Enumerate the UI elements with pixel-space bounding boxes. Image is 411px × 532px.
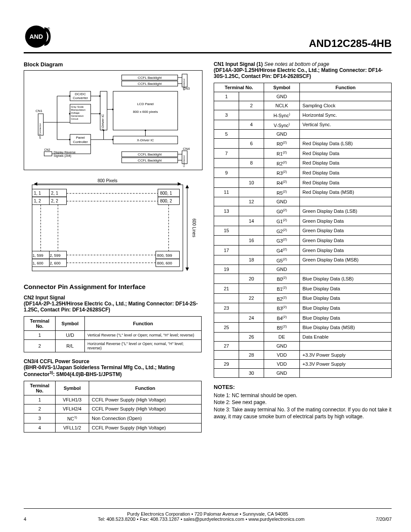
svg-text:Gray Scale: Gray Scale (71, 106, 84, 108)
svg-text:800, 599: 800, 599 (157, 253, 172, 258)
table-row: 30GND (214, 369, 392, 378)
pixel-grid-diagram: 800 Pixels 600 Lines 1, 1 2, 1 1, 2 2, 2… (24, 176, 202, 275)
table-row: 5GND (214, 130, 392, 139)
svg-marker-73 (178, 182, 181, 186)
table-row: 7R1(2)Red Display Data (214, 148, 392, 158)
cn34-table: Terminal No. Symbol Function 1VFLH1/3CCF… (24, 381, 202, 432)
svg-text:AND: AND (29, 33, 43, 40)
table-row: 29VDD+3.3V Power Supply (214, 360, 392, 369)
svg-text:2, 600: 2, 600 (50, 261, 61, 265)
svg-text:CCFL Backlight: CCFL Backlight (138, 76, 162, 80)
header: AND ® AND12C285-4HB (24, 24, 392, 53)
table-row: 1GND (214, 92, 392, 101)
cn1-table: Terminal No. Symbol Function 1GND2NCLKSa… (214, 83, 392, 378)
footer: Purdy Electronics Corporation • 720 Palo… (24, 508, 392, 522)
table-row: 18G5(2)Green Display Data (MSB) (214, 255, 392, 265)
table-row: 23B3(2)Blue Display Data (214, 303, 392, 313)
svg-text:600 Lines: 600 Lines (192, 218, 196, 237)
svg-text:CN4: CN4 (183, 147, 190, 151)
svg-text:Voltage: Voltage (71, 112, 80, 114)
svg-text:Manipulation: Manipulation (71, 109, 86, 111)
block-diagram-title: Block Diagram (24, 61, 202, 68)
svg-text:Connector: Connector (183, 155, 185, 167)
footer-line2: Tel: 408.523.8200 • Fax: 408.733.1287 • … (37, 516, 366, 522)
svg-text:I/F Connector: I/F Connector (39, 123, 41, 139)
svg-text:CCFL Backlight: CCFL Backlight (138, 159, 162, 162)
svg-text:®: ® (47, 27, 50, 31)
svg-text:Panel: Panel (76, 136, 85, 140)
note-3: Note 3: Take away terminal No. 3 of the … (214, 406, 392, 420)
svg-text:800, 2: 800, 2 (160, 199, 172, 203)
svg-text:CN2: CN2 (44, 148, 50, 151)
table-row: 25B5(2)Blue Display Data (MSB) (214, 323, 392, 333)
note-2: Note 2: See next page. (214, 399, 392, 406)
svg-text:1, 599: 1, 599 (33, 253, 44, 258)
svg-text:Generation: Generation (71, 115, 84, 117)
cn1-info: (DF14A-30P-1.25H/Hirose Electric Co., Lt… (214, 67, 392, 79)
table-row: 4V-Sync)Vertical Sync. (214, 120, 392, 130)
table-row: 24B4(2)Blue Display Data (214, 313, 392, 323)
cn1-col-symbol: Symbol (264, 83, 300, 92)
svg-rect-39 (44, 152, 52, 156)
cn34-col-terminal: Terminal No. (24, 381, 56, 395)
table-row: 2VFLH2/4CCFL Power Supply (High Voltage) (24, 404, 202, 414)
table-row: 14G1(2)Green Display Data (214, 216, 392, 226)
cn2-table: Terminal No. Symbol Function 1U/DVertica… (24, 316, 202, 352)
svg-text:LCD Panel: LCD Panel (137, 102, 154, 106)
svg-marker-77 (186, 268, 189, 271)
table-row: 21B1(2)Blue Display Data (214, 283, 392, 293)
table-row: 17G4(2)Green Display Data (214, 245, 392, 255)
table-row: 12GND (214, 197, 392, 206)
notes-heading: NOTES: (214, 384, 392, 390)
table-row: 2R/LHorizontal Reverse ("L" level or Ope… (24, 340, 202, 352)
right-column: CN1 Input Signal (1) See notes at bottom… (214, 61, 392, 439)
left-column: Block Diagram CCFL Backlight CCFL Backli… (24, 61, 202, 439)
table-row: 27GND (214, 342, 392, 351)
connector-heading: Connector Pin Assignment for Interface (24, 283, 202, 290)
page-number: 4 (24, 516, 37, 522)
table-row: 13G0(2)Green Display Data (LSB) (214, 206, 392, 216)
cn34-info: (BHR-04VS-1/Japan Solderless Terminal Mf… (24, 364, 202, 377)
svg-text:2, 1: 2, 1 (51, 191, 59, 196)
svg-text:Controller: Controller (73, 140, 88, 144)
svg-text:800, 600: 800, 600 (157, 261, 172, 265)
table-row: 1VFLH1/3CCFL Power Supply (High Voltage) (24, 395, 202, 404)
table-row: 11R5(2)Red Display Data (MSB) (214, 187, 392, 197)
svg-text:CCFL Backlight: CCFL Backlight (138, 152, 162, 156)
cn34-title: CN3/4 CCFL Power Source (24, 358, 202, 364)
cn2-title: CN2 Input Signal (24, 295, 202, 301)
table-row: 19GND (214, 265, 392, 274)
notes-body: Note 1: NC terminal should be open. Note… (214, 392, 392, 420)
cn2-info: (DF14A-2P-1.25H/Hirose Electric Co., Ltd… (24, 301, 202, 313)
block-diagram: CCFL Backlight CCFL Backlight CCFL Backl… (24, 70, 202, 170)
svg-text:800 Pixels: 800 Pixels (97, 178, 117, 183)
svg-text:Converter: Converter (73, 96, 88, 100)
table-row: 9R3(2)Red Display Data (214, 168, 392, 178)
and-logo-icon: AND ® (24, 24, 54, 50)
table-row: 3H-Sync)Horizontal Sync. (214, 110, 392, 120)
table-row: 8R2(2)Red Display Data (214, 158, 392, 168)
svg-text:800, 1: 800, 1 (160, 191, 172, 196)
svg-marker-72 (34, 182, 37, 186)
svg-text:Y-Driver IC: Y-Driver IC (101, 114, 105, 131)
table-row: 26DEData Enable (214, 333, 392, 342)
note-1: Note 1: NC terminal should be open. (214, 392, 392, 399)
svg-text:X-Driver IC: X-Driver IC (137, 138, 154, 142)
cn1-col-terminal: Terminal No. (214, 83, 264, 92)
footer-line1: Purdy Electronics Corporation • 720 Palo… (24, 511, 392, 516)
cn34-col-function: Function (89, 381, 202, 395)
table-row: 2NCLKSampling Clock (214, 101, 392, 110)
table-row: 22B2(2)Blue Display Data (214, 293, 392, 303)
svg-text:Circuit: Circuit (71, 118, 78, 120)
table-row: 28VDD+3.3V Power Supply (214, 351, 392, 360)
cn2-col-function: Function (85, 317, 202, 331)
table-row: 1U/DVertical Reverse ("L" level or Open;… (24, 331, 202, 340)
svg-marker-76 (186, 185, 189, 188)
table-row: 15G2(2)Green Display Data (214, 226, 392, 236)
table-row: 6R0(2)Red Display Data (LSB) (214, 139, 392, 149)
part-number: AND12C285-4HB (309, 37, 392, 50)
table-row: 3NC1)Non Connection (Open) (24, 414, 202, 423)
cn2-col-terminal: Terminal No. (24, 317, 56, 331)
table-row: 10R4(2)Red Display Data (214, 177, 392, 187)
svg-text:Signals (2bit): Signals (2bit) (54, 154, 72, 158)
